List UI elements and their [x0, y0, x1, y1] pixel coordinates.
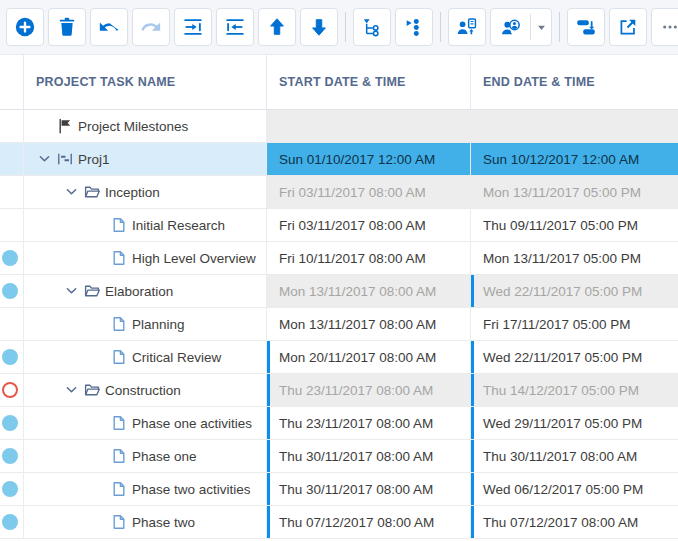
task-name-cell[interactable]: Elaboration: [23, 275, 266, 307]
start-date-cell[interactable]: Thu 30/11/2017 08:00 AM: [266, 473, 470, 505]
toolbar-outdent-button[interactable]: [216, 8, 254, 46]
chevron-down-icon[interactable]: [66, 287, 78, 296]
toolbar-open-in-new-button[interactable]: [609, 8, 647, 46]
project-icon: [56, 151, 73, 167]
table-row[interactable]: Construction Thu 23/11/2017 08:00 AM Thu…: [0, 374, 678, 407]
outdent-icon: [224, 16, 246, 38]
end-date-cell[interactable]: Mon 13/11/2017 05:00 PM: [470, 242, 678, 274]
header-cell-end-date[interactable]: END DATE & TIME: [470, 55, 678, 109]
task-name-cell[interactable]: Project Milestones: [23, 110, 266, 142]
chevron-down-icon[interactable]: [39, 155, 51, 164]
table-row[interactable]: Project Milestones: [0, 110, 678, 143]
table-row[interactable]: Phase one Thu 30/11/2017 08:00 AM Thu 30…: [0, 440, 678, 473]
row-status-cell: [0, 506, 23, 538]
start-date-cell[interactable]: Fri 10/11/2017 08:00 AM: [266, 242, 470, 274]
table-row[interactable]: Planning Mon 13/11/2017 08:00 AM Fri 17/…: [0, 308, 678, 341]
start-date-cell[interactable]: Thu 23/11/2017 08:00 AM: [266, 407, 470, 439]
task-name-label: Project Milestones: [78, 119, 188, 134]
task-name-label: Phase one activities: [132, 416, 252, 431]
start-date-cell[interactable]: Thu 07/12/2017 08:00 AM: [266, 506, 470, 538]
table-row[interactable]: Inception Fri 03/11/2017 08:00 AM Mon 13…: [0, 176, 678, 209]
task-name-label: Inception: [105, 185, 160, 200]
table-row[interactable]: Elaboration Mon 13/11/2017 08:00 AM Wed …: [0, 275, 678, 308]
header-cell-task-name[interactable]: PROJECT TASK NAME: [23, 55, 266, 109]
task-name-cell[interactable]: Initial Research: [23, 209, 266, 241]
end-date-cell[interactable]: Wed 22/11/2017 05:00 PM: [470, 341, 678, 373]
toolbar-hierarchy-button[interactable]: [353, 8, 391, 46]
start-date-cell[interactable]: Thu 30/11/2017 08:00 AM: [266, 440, 470, 472]
baselines-icon: [575, 16, 597, 38]
task-name-cell[interactable]: Critical Review: [23, 341, 266, 373]
move-up-icon: [266, 16, 288, 38]
row-status-cell: [0, 341, 23, 373]
toolbar-delete-button[interactable]: [48, 8, 86, 46]
end-date-cell[interactable]: Thu 30/11/2017 08:00 AM: [470, 440, 678, 472]
task-name-cell[interactable]: Phase two: [23, 506, 266, 538]
toolbar-redo-button[interactable]: [132, 8, 170, 46]
status-dot-icon: [2, 514, 18, 530]
chevron-down-icon[interactable]: [66, 188, 78, 197]
task-name-cell[interactable]: Phase one activities: [23, 407, 266, 439]
table-row[interactable]: Phase two Thu 07/12/2017 08:00 AM Thu 07…: [0, 506, 678, 539]
start-date-cell[interactable]: Mon 13/11/2017 08:00 AM: [266, 275, 470, 307]
start-date-cell[interactable]: Fri 03/11/2017 08:00 AM: [266, 176, 470, 208]
table-row[interactable]: High Level Overview Fri 10/11/2017 08:00…: [0, 242, 678, 275]
task-name-cell[interactable]: Phase two activities: [23, 473, 266, 505]
toolbar-assign-resources-button[interactable]: [448, 8, 486, 46]
toolbar-undo-button[interactable]: [90, 8, 128, 46]
toolbar-resource-view-button[interactable]: [490, 8, 552, 46]
start-date-cell[interactable]: Mon 13/11/2017 08:00 AM: [266, 308, 470, 340]
end-date-cell[interactable]: Thu 14/12/2017 05:00 PM: [470, 374, 678, 406]
end-date-cell[interactable]: Mon 13/11/2017 05:00 PM: [470, 176, 678, 208]
more-icon: [659, 16, 678, 38]
start-date-cell[interactable]: [266, 110, 470, 142]
assign-resources-icon: [456, 16, 478, 38]
toolbar-critical-path-button[interactable]: [395, 8, 433, 46]
end-date-cell[interactable]: [470, 110, 678, 142]
task-name-cell[interactable]: Construction: [23, 374, 266, 406]
task-name-cell[interactable]: Proj1: [23, 143, 266, 175]
start-date-cell[interactable]: Thu 23/11/2017 08:00 AM: [266, 374, 470, 406]
end-date-cell[interactable]: Thu 07/12/2017 08:00 AM: [470, 506, 678, 538]
table-row[interactable]: Critical Review Mon 20/11/2017 08:00 AM …: [0, 341, 678, 374]
page-icon: [110, 481, 127, 497]
toolbar-move-down-button[interactable]: [300, 8, 338, 46]
task-name-label: Initial Research: [132, 218, 225, 233]
header-cell-start-date[interactable]: START DATE & TIME: [266, 55, 470, 109]
page-icon: [110, 316, 127, 332]
task-name-cell[interactable]: Planning: [23, 308, 266, 340]
add-icon: [14, 16, 36, 38]
start-date-cell[interactable]: Fri 03/11/2017 08:00 AM: [266, 209, 470, 241]
toolbar-baselines-button[interactable]: [567, 8, 605, 46]
row-status-cell: [0, 209, 23, 241]
end-date-cell[interactable]: Wed 22/11/2017 05:00 PM: [470, 275, 678, 307]
task-name-cell[interactable]: Phase one: [23, 440, 266, 472]
table-row[interactable]: Initial Research Fri 03/11/2017 08:00 AM…: [0, 209, 678, 242]
task-name-cell[interactable]: High Level Overview: [23, 242, 266, 274]
chevron-down-icon[interactable]: [66, 386, 78, 395]
status-dot-icon: [2, 448, 18, 464]
redo-icon: [140, 16, 162, 38]
table-row[interactable]: Phase one activities Thu 23/11/2017 08:0…: [0, 407, 678, 440]
table-row[interactable]: Phase two activities Thu 30/11/2017 08:0…: [0, 473, 678, 506]
toolbar-add-button[interactable]: [6, 8, 44, 46]
end-date-cell[interactable]: Wed 29/11/2017 05:00 PM: [470, 407, 678, 439]
toolbar-separator: [440, 12, 441, 42]
end-date-cell[interactable]: Fri 17/11/2017 05:00 PM: [470, 308, 678, 340]
start-date-cell[interactable]: Mon 20/11/2017 08:00 AM: [266, 341, 470, 373]
task-name-cell[interactable]: Inception: [23, 176, 266, 208]
toolbar-indent-button[interactable]: [174, 8, 212, 46]
toolbar-move-up-button[interactable]: [258, 8, 296, 46]
table-row[interactable]: Proj1 Sun 01/10/2017 12:00 AM Sun 10/12/…: [0, 143, 678, 176]
end-date-cell[interactable]: Thu 09/11/2017 05:00 PM: [470, 209, 678, 241]
row-status-cell: [0, 308, 23, 340]
status-alert-icon: [2, 382, 18, 398]
folder-open-icon: [83, 184, 100, 200]
start-date-cell[interactable]: Sun 01/10/2017 12:00 AM: [266, 143, 470, 175]
toolbar-more-button[interactable]: [651, 8, 678, 46]
grid-body: Project Milestones Proj1 Sun 01/10/2017 …: [0, 110, 678, 539]
dropdown-caret-icon[interactable]: [530, 14, 551, 40]
folder-open-icon: [83, 382, 100, 398]
end-date-cell[interactable]: Wed 06/12/2017 05:00 PM: [470, 473, 678, 505]
end-date-cell[interactable]: Sun 10/12/2017 12:00 AM: [470, 143, 678, 175]
